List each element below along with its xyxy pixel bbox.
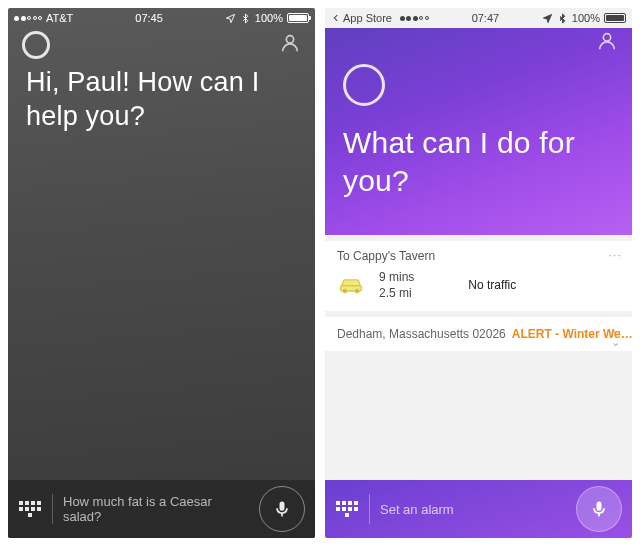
weather-alert-card[interactable]: ··· Dedham, Massachusetts 02026 ALERT - … [325,317,632,351]
cortana-dark-screen: AT&T 07:45 100% Hi, Paul! How can I help… [8,8,315,538]
back-to-app-button[interactable]: App Store [331,12,392,24]
location-arrow-icon [542,13,553,24]
card-more-icon[interactable]: ··· [608,247,622,262]
divider [369,494,370,524]
ask-input[interactable]: Set an alarm [380,502,566,517]
cortana-halo-icon[interactable] [22,31,50,59]
cortana-light-screen: App Store 07:47 100% [325,8,632,538]
divider [52,494,53,524]
location-label: Dedham, Massachusetts 02026 [337,327,506,341]
input-bar: How much fat is a Caesar salad? [8,480,315,538]
greeting-text: Hi, Paul! How can I help you? [8,62,315,134]
input-bar: Set an alarm [325,480,632,538]
car-icon [337,273,365,298]
commute-duration-label: 9 mins [379,269,414,285]
back-app-label: App Store [343,12,392,24]
profile-button[interactable] [279,32,301,58]
clock-label: 07:47 [472,12,500,24]
apps-grid-icon[interactable] [335,501,359,517]
svg-point-0 [286,36,293,43]
microphone-button[interactable] [259,486,305,532]
commute-card[interactable]: ··· To Cappy's Tavern 9 mins 2.5 mi No t… [325,241,632,311]
battery-percent-label: 100% [255,12,283,24]
traffic-status-label: No traffic [468,278,516,292]
signal-dots-icon [400,16,429,21]
top-bar [8,28,315,62]
chevron-down-icon[interactable]: ⌄ [611,336,620,349]
top-bar [325,28,632,58]
svg-point-4 [355,289,359,293]
microphone-button[interactable] [576,486,622,532]
bluetooth-icon [240,13,251,24]
ask-input[interactable]: How much fat is a Caesar salad? [63,494,249,524]
svg-point-1 [603,34,610,41]
carrier-label: AT&T [46,12,73,24]
status-bar: AT&T 07:45 100% [8,8,315,28]
commute-destination-label: To Cappy's Tavern [337,249,620,263]
battery-icon [604,13,626,23]
greeting-text: What can I do for you? [325,120,632,199]
profile-button[interactable] [596,30,618,56]
apps-grid-icon[interactable] [18,501,42,517]
signal-dots-icon [14,16,42,21]
svg-point-3 [343,289,347,293]
clock-label: 07:45 [135,12,163,24]
status-bar: App Store 07:47 100% [325,8,632,28]
cortana-halo-icon[interactable] [343,64,385,106]
battery-icon [287,13,309,23]
bluetooth-icon [557,13,568,24]
commute-distance-label: 2.5 mi [379,285,414,301]
location-arrow-icon [225,13,236,24]
battery-percent-label: 100% [572,12,600,24]
hero-panel: What can I do for you? [325,28,632,235]
